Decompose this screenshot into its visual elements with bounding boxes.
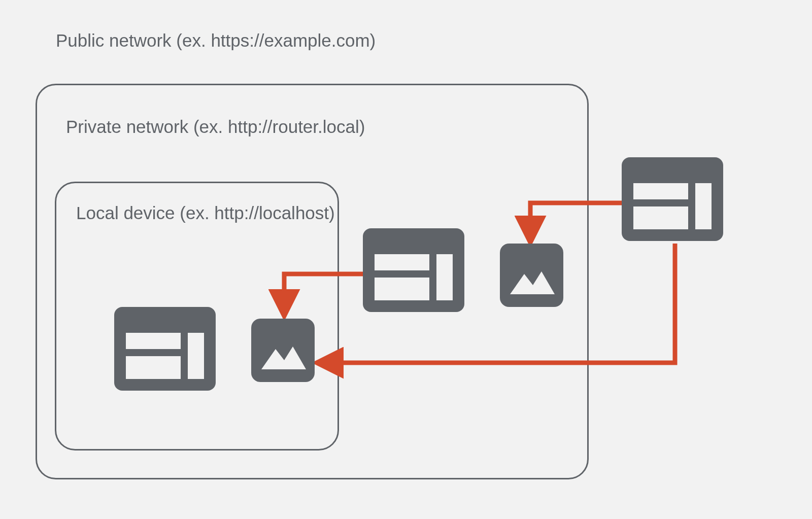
image-icon-private [500,244,563,307]
browser-icon-private [363,228,464,312]
label-private-network: Private network (ex. http://router.local… [66,117,365,137]
label-local-device: Local device (ex. http://localhost) [76,203,335,223]
svg-rect-11 [500,244,563,307]
label-public-network: Public network (ex. https://example.com) [56,30,376,51]
svg-rect-18 [251,319,315,382]
browser-icon-public [622,157,723,241]
image-icon-local [251,319,315,382]
browser-icon-local [114,307,216,391]
